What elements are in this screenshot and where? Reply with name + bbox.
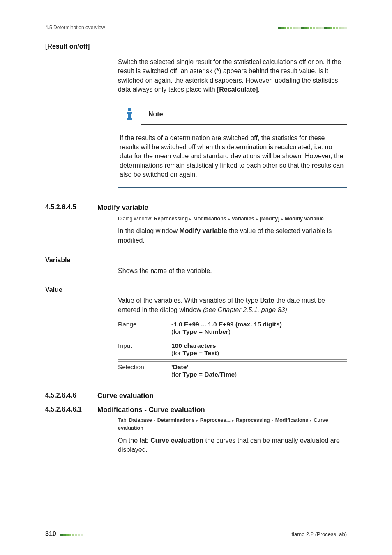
variable-text: Shows the name of the variable. [118,266,347,275]
heading-title-modify-variable: Modify variable [97,204,148,211]
page-number: 310 [45,530,56,537]
prop-key: Range [118,321,171,335]
result-onoff-paragraph: Switch the selected single result for th… [118,58,347,95]
note-body: If the results of a determination are sw… [118,125,347,187]
footer-ornament [60,531,83,537]
prop-key: Input [118,342,171,357]
heading-num-curve-evaluation: 4.5.2.6.4.6 [45,392,76,399]
table-row: Input100 characters(for Type = Text) [118,340,347,360]
breadcrumb-separator-icon: ▸ [196,417,198,423]
breadcrumb-separator-icon: ▸ [232,417,234,423]
term-result-onoff: [Result on/off] [45,43,90,50]
heading-title-curve-evaluation: Curve evaluation [97,392,154,400]
svg-rect-3 [127,118,132,120]
breadcrumb-separator-icon: ▸ [154,417,156,423]
heading-num-modify-variable: 4.5.2.6.4.5 [45,204,76,210]
value-paragraph: Value of the variables. With variables o… [118,296,347,314]
prop-value: 'Date'(for Type = Date/Time) [171,363,347,378]
modify-variable-intro: In the dialog window Modify variable the… [118,227,347,245]
prop-value: 100 characters(for Type = Text) [171,342,347,357]
term-variable: Variable [45,257,70,264]
heading-num-mod-curve-eval: 4.5.2.6.4.6.1 [45,406,82,413]
prop-value: -1.0 E+99 ... 1.0 E+99 (max. 15 digits)(… [171,321,347,335]
note-box: Note If the results of a determination a… [118,104,347,188]
breadcrumb-separator-icon: ▸ [310,417,312,423]
footer-left: 310 [45,530,83,538]
value-properties-table: Range-1.0 E+99 ... 1.0 E+99 (max. 15 dig… [118,319,347,381]
table-row: Selection'Date'(for Type = Date/Time) [118,361,347,381]
svg-rect-2 [128,112,131,118]
heading-title-mod-curve-eval: Modifications - Curve evaluation [97,406,205,414]
breadcrumb-separator-icon: ▸ [228,216,230,222]
prop-key: Selection [118,363,171,378]
svg-point-0 [128,108,131,111]
breadcrumb-separator-icon: ▸ [256,216,258,222]
tab-path-curve-eval: Tab: Database▸Determinations▸Reprocess..… [118,416,347,432]
term-value: Value [45,286,62,293]
breadcrumb-separator-icon: ▸ [272,417,274,423]
table-row: Range-1.0 E+99 ... 1.0 E+99 (max. 15 dig… [118,319,347,338]
breadcrumb-separator-icon: ▸ [189,216,191,222]
info-icon [118,104,141,124]
running-head-left: 4.5 Determination overview [45,25,105,30]
dialog-path-modify-variable: Dialog window: Reprocessing▸Modification… [118,215,347,223]
breadcrumb-separator-icon: ▸ [281,216,283,222]
footer-doc: tiamo 2.2 (ProcessLab) [292,531,347,537]
note-title: Note [148,111,163,118]
curve-eval-intro: On the tab Curve evaluation the curves t… [118,436,347,455]
header-ornament [278,25,347,30]
